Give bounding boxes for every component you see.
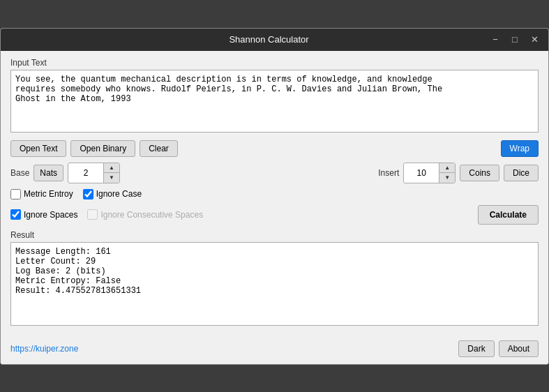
nats-label: Nats [33, 165, 63, 181]
base-label: Base [10, 168, 29, 178]
insert-section: Insert ▲ ▼ Coins Dice [378, 163, 539, 183]
footer-buttons: Dark About [458, 340, 539, 357]
base-insert-row: Base Nats ▲ ▼ Insert ▲ ▼ [10, 163, 539, 183]
metric-entropy-label[interactable]: Metric Entroy [24, 189, 73, 199]
dice-button[interactable]: Dice [504, 165, 539, 181]
base-spin-control: ▲ ▼ [68, 163, 120, 183]
insert-spin-buttons: ▲ ▼ [439, 163, 455, 183]
checkboxes: Metric Entroy Ignore Case [10, 189, 142, 199]
ignore-case-label[interactable]: Ignore Case [96, 189, 142, 199]
open-text-button[interactable]: Open Text [10, 140, 66, 157]
wrap-button[interactable]: Wrap [501, 140, 539, 157]
insert-label: Insert [378, 168, 399, 178]
window-controls: − □ ✕ [488, 33, 541, 47]
base-spin-buttons: ▲ ▼ [103, 163, 119, 183]
options-row: Metric Entroy Ignore Case [10, 189, 539, 199]
insert-spin-up[interactable]: ▲ [439, 163, 455, 173]
titlebar: Shannon Calculator − □ ✕ [1, 29, 548, 51]
toolbar-row: Open Text Open Binary Clear Wrap [10, 140, 539, 157]
result-label: Result [10, 230, 539, 240]
result-textarea: Message Length: 161 Letter Count: 29 Log… [10, 242, 539, 326]
base-section: Base Nats ▲ ▼ [10, 163, 120, 183]
ignore-case-checkbox[interactable] [83, 189, 93, 199]
ignore-case-option: Ignore Case [83, 189, 142, 199]
options-row-2: Ignore Spaces Ignore Consecutive Spaces … [10, 205, 539, 225]
ignore-consecutive-label[interactable]: Ignore Consecutive Spaces [100, 210, 203, 220]
base-input[interactable] [68, 165, 103, 181]
main-content: Input Text You see, the quantum mechanic… [1, 51, 548, 335]
ignore-consecutive-option: Ignore Consecutive Spaces [87, 209, 203, 220]
ignore-spaces-option: Ignore Spaces [10, 209, 77, 220]
input-label: Input Text [10, 58, 539, 68]
clear-button[interactable]: Clear [140, 140, 178, 157]
maximize-button[interactable]: □ [508, 33, 522, 47]
calculate-button[interactable]: Calculate [478, 205, 539, 225]
open-binary-button[interactable]: Open Binary [70, 140, 135, 157]
footer: https://kuiper.zone Dark About [1, 335, 548, 364]
insert-spin-control: ▲ ▼ [403, 163, 456, 183]
base-spin-down[interactable]: ▼ [104, 173, 119, 183]
result-section: Result Message Length: 161 Letter Count:… [10, 230, 539, 328]
checkboxes-2: Ignore Spaces Ignore Consecutive Spaces [10, 209, 203, 220]
input-textarea[interactable]: You see, the quantum mechanical descript… [10, 70, 539, 133]
insert-input[interactable] [404, 165, 439, 181]
coins-button[interactable]: Coins [460, 165, 499, 181]
input-section: Input Text You see, the quantum mechanic… [10, 58, 539, 135]
base-spin-up[interactable]: ▲ [104, 163, 119, 173]
close-button[interactable]: ✕ [527, 33, 541, 47]
about-button[interactable]: About [499, 340, 539, 357]
metric-entropy-checkbox[interactable] [10, 189, 21, 199]
ignore-spaces-checkbox[interactable] [10, 209, 21, 220]
metric-entropy-option: Metric Entroy [10, 189, 73, 199]
minimize-button[interactable]: − [488, 33, 502, 47]
footer-link[interactable]: https://kuiper.zone [10, 344, 78, 354]
main-window: Shannon Calculator − □ ✕ Input Text You … [0, 28, 549, 365]
ignore-consecutive-checkbox[interactable] [87, 209, 98, 220]
window-title: Shannon Calculator [50, 34, 488, 45]
insert-spin-down[interactable]: ▼ [439, 173, 455, 183]
ignore-spaces-label[interactable]: Ignore Spaces [24, 210, 77, 220]
dark-button[interactable]: Dark [458, 340, 494, 357]
